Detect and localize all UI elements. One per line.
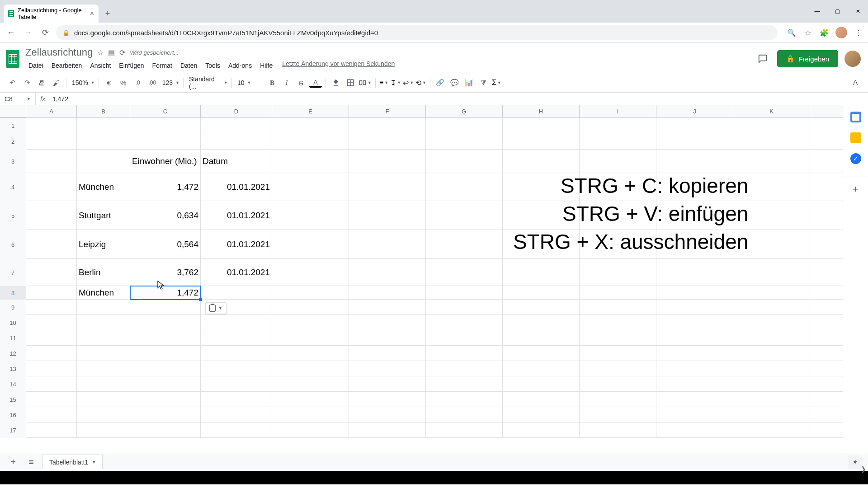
cell-B8[interactable]: München bbox=[77, 286, 130, 300]
percent-button[interactable]: % bbox=[117, 76, 130, 89]
menu-einfuegen[interactable]: Einfügen bbox=[116, 60, 147, 71]
column-header-D[interactable]: D bbox=[201, 105, 272, 117]
cell-C10[interactable] bbox=[130, 315, 201, 330]
text-wrap-button[interactable]: ↩▼ bbox=[403, 79, 414, 87]
cell-H8[interactable] bbox=[503, 286, 580, 300]
cell-G17[interactable] bbox=[426, 422, 503, 438]
cell-E13[interactable] bbox=[272, 361, 349, 376]
menu-daten[interactable]: Daten bbox=[177, 60, 200, 71]
cell-A14[interactable] bbox=[26, 376, 77, 392]
cell-K8[interactable] bbox=[733, 286, 810, 300]
cell-J9[interactable] bbox=[656, 300, 733, 315]
cell-I11[interactable] bbox=[580, 330, 656, 346]
tasks-addon-icon[interactable] bbox=[850, 153, 861, 164]
cell-H2[interactable] bbox=[503, 133, 580, 150]
sheet-tab[interactable]: Tabellenblatt1▼ bbox=[42, 455, 103, 469]
cell-A11[interactable] bbox=[26, 330, 77, 346]
cell-H17[interactable] bbox=[503, 422, 580, 438]
row-header-11[interactable]: 11 bbox=[0, 330, 26, 346]
cell-G8[interactable] bbox=[426, 286, 503, 300]
cell-C16[interactable] bbox=[130, 407, 201, 422]
cell-E2[interactable] bbox=[272, 133, 349, 150]
cell-I13[interactable] bbox=[580, 361, 656, 376]
column-header-F[interactable]: F bbox=[349, 105, 426, 117]
cell-C8[interactable]: 1,472 bbox=[130, 286, 201, 300]
calendar-addon-icon[interactable] bbox=[850, 112, 861, 122]
merge-cells-button[interactable]: ▼ bbox=[359, 79, 372, 87]
cell-A17[interactable] bbox=[26, 422, 77, 438]
functions-button[interactable]: Σ▼ bbox=[492, 79, 501, 87]
cell-D13[interactable] bbox=[201, 361, 272, 376]
filter-button[interactable]: ⧩ bbox=[477, 76, 490, 89]
cell-I15[interactable] bbox=[580, 392, 656, 407]
cell-C13[interactable] bbox=[130, 361, 201, 376]
cell-A15[interactable] bbox=[26, 392, 77, 407]
bookmark-icon[interactable]: ☆ bbox=[803, 28, 813, 38]
star-icon[interactable]: ☆ bbox=[97, 48, 104, 57]
cell-G16[interactable] bbox=[426, 407, 503, 422]
cell-K10[interactable] bbox=[733, 315, 810, 330]
row-header-12[interactable]: 12 bbox=[0, 346, 26, 361]
cell-A9[interactable] bbox=[26, 300, 77, 315]
cell-F16[interactable] bbox=[349, 407, 426, 422]
cell-J7[interactable] bbox=[656, 259, 733, 286]
share-button[interactable]: 🔒 Freigeben bbox=[777, 50, 838, 67]
reload-button[interactable]: ⟳ bbox=[39, 26, 52, 39]
cell-G4[interactable] bbox=[426, 173, 503, 201]
cell-F10[interactable] bbox=[349, 315, 426, 330]
paint-format-button[interactable]: 🖌 bbox=[50, 76, 62, 89]
forward-button[interactable]: → bbox=[22, 26, 34, 39]
paste-options-menu[interactable]: ▼ bbox=[205, 302, 226, 314]
formula-input[interactable]: 1,472 bbox=[50, 95, 868, 103]
cell-E10[interactable] bbox=[272, 315, 349, 330]
cell-H9[interactable] bbox=[503, 300, 580, 315]
increase-decimals-button[interactable]: .00 bbox=[146, 76, 159, 89]
cell-C4[interactable]: 1,472 bbox=[130, 173, 201, 201]
menu-bearbeiten[interactable]: Bearbeiten bbox=[48, 60, 85, 71]
menu-addons[interactable]: Add-ons bbox=[225, 60, 255, 71]
browser-tab[interactable]: Zellausrichtung - Google Tabelle × bbox=[4, 5, 99, 23]
cell-I12[interactable] bbox=[580, 346, 656, 361]
keep-addon-icon[interactable] bbox=[850, 132, 861, 143]
cell-J1[interactable] bbox=[656, 118, 733, 133]
cell-F4[interactable] bbox=[349, 173, 426, 201]
cell-F6[interactable] bbox=[349, 230, 426, 259]
cell-H1[interactable] bbox=[503, 118, 580, 133]
profile-avatar[interactable] bbox=[835, 27, 847, 38]
cell-E8[interactable] bbox=[272, 286, 349, 300]
menu-hilfe[interactable]: Hilfe bbox=[257, 60, 276, 71]
last-edit-link[interactable]: Letzte Änderung vor wenigen Sekunden bbox=[282, 60, 395, 71]
cell-E1[interactable] bbox=[272, 118, 349, 133]
menu-datei[interactable]: Datei bbox=[25, 60, 47, 71]
row-header-3[interactable]: 3 bbox=[0, 150, 26, 173]
font-dropdown[interactable]: Standard (...▼ bbox=[187, 75, 228, 90]
cell-C17[interactable] bbox=[130, 422, 201, 438]
column-header-A[interactable]: A bbox=[26, 105, 77, 117]
row-header-13[interactable]: 13 bbox=[0, 361, 26, 376]
cell-K9[interactable] bbox=[733, 300, 810, 315]
cell-B10[interactable] bbox=[77, 315, 130, 330]
add-addon-button[interactable]: + bbox=[843, 177, 868, 195]
cell-J3[interactable] bbox=[656, 150, 733, 173]
cell-H15[interactable] bbox=[503, 392, 580, 407]
document-title[interactable]: Zellausrichtung bbox=[25, 47, 93, 58]
cell-C12[interactable] bbox=[130, 346, 201, 361]
cell-D2[interactable] bbox=[201, 133, 272, 150]
cell-J16[interactable] bbox=[656, 407, 733, 422]
cell-I1[interactable] bbox=[580, 118, 656, 133]
cell-B15[interactable] bbox=[77, 392, 130, 407]
column-header-B[interactable]: B bbox=[77, 105, 130, 117]
cell-A6[interactable] bbox=[26, 230, 77, 259]
cell-I7[interactable] bbox=[580, 259, 656, 286]
cell-K11[interactable] bbox=[733, 330, 810, 346]
cell-B4[interactable]: München bbox=[77, 173, 130, 201]
cell-H14[interactable] bbox=[503, 376, 580, 392]
cell-C11[interactable] bbox=[130, 330, 201, 346]
column-header-I[interactable]: I bbox=[580, 105, 656, 117]
cell-C2[interactable] bbox=[130, 133, 201, 150]
cell-F8[interactable] bbox=[349, 286, 426, 300]
cell-J13[interactable] bbox=[656, 361, 733, 376]
minimize-button[interactable]: — bbox=[807, 5, 827, 18]
cell-C6[interactable]: 0,564 bbox=[130, 230, 201, 259]
cell-D10[interactable] bbox=[201, 315, 272, 330]
